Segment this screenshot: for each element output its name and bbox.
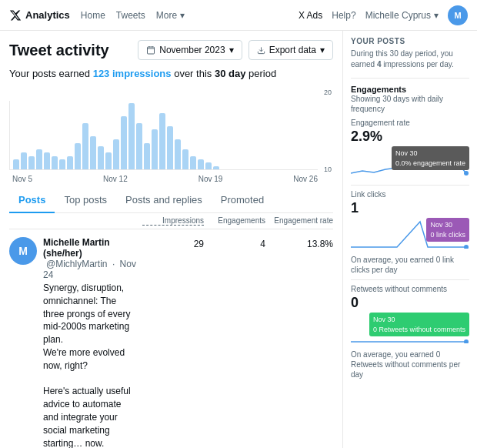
summary-text: Your posts earned 123 impressions over t… xyxy=(9,68,333,79)
x-label-3: Nov 19 xyxy=(198,175,223,183)
engagements-title: Engagements xyxy=(351,85,469,94)
tab-promoted[interactable]: Promoted xyxy=(212,188,273,213)
x-logo-icon xyxy=(9,9,22,22)
svg-point-1 xyxy=(464,245,469,249)
engagement-tooltip: Nov 30 0.0% engagement rate xyxy=(392,146,469,170)
nav-avatar[interactable]: M xyxy=(448,5,468,25)
retweets-desc: On average, you earned 0 Retweets withou… xyxy=(351,349,469,379)
chart-x-labels: Nov 5 Nov 12 Nov 19 Nov 26 xyxy=(9,173,333,188)
post-1-stats: 29 4 13.8% xyxy=(142,237,333,448)
summary-suffix: over this xyxy=(172,68,215,79)
calendar-icon xyxy=(146,45,155,55)
chart-bar-19 xyxy=(159,113,165,169)
nav-x-ads[interactable]: X Ads xyxy=(299,10,322,21)
nav-home[interactable]: Home xyxy=(81,10,105,21)
x-label-4: Nov 26 xyxy=(293,175,318,183)
download-icon xyxy=(257,46,265,55)
tab-top-posts[interactable]: Top posts xyxy=(55,188,116,213)
chart-bar-9 xyxy=(82,123,88,169)
top-nav: Analytics Home Tweets More ▾ X Ads Help?… xyxy=(0,0,477,31)
your-posts-section: YOUR POSTS During this 30 day period, yo… xyxy=(351,37,469,79)
chart-bar-1 xyxy=(21,152,27,169)
nav-more[interactable]: More ▾ xyxy=(156,10,185,21)
header-actions: November 2023 ▾ Export data ▾ xyxy=(138,40,333,60)
export-button[interactable]: Export data ▾ xyxy=(249,40,333,60)
nav-help[interactable]: Help? xyxy=(332,10,355,21)
tab-posts-replies[interactable]: Posts and replies xyxy=(116,188,212,213)
y-label-top: 20 xyxy=(324,89,332,96)
chart-bar-20 xyxy=(167,126,173,169)
chart-bar-7 xyxy=(67,156,73,169)
date-picker-label: November 2023 xyxy=(159,45,225,55)
chart-bar-17 xyxy=(144,143,150,169)
link-clicks-desc: On average, you earned 0 link clicks per… xyxy=(351,255,469,275)
chart-bar-25 xyxy=(205,162,212,169)
date-picker-button[interactable]: November 2023 ▾ xyxy=(138,40,242,60)
nav-user[interactable]: Michelle Cyprus ▾ xyxy=(365,10,439,21)
engagement-chart: Nov 30 0.0% engagement rate xyxy=(351,146,469,180)
right-panel: YOUR POSTS During this 30 day period, yo… xyxy=(342,31,477,448)
engagement-rate-value: 2.9% xyxy=(351,129,469,145)
nav-user-name: Michelle Cyprus xyxy=(365,10,431,21)
summary-prefix: Your posts earned xyxy=(9,68,93,79)
chart-bar-12 xyxy=(105,152,112,169)
engagement-rate-label: Engagement rate xyxy=(351,119,469,127)
link-clicks-chart: Nov 30 0 link clicks xyxy=(351,218,469,252)
chart-bar-2 xyxy=(28,156,35,169)
th-engagements: Engagements xyxy=(204,216,265,226)
your-posts-label: YOUR POSTS xyxy=(351,37,469,45)
export-label: Export data xyxy=(269,45,316,55)
nav-tweets[interactable]: Tweets xyxy=(116,10,145,21)
nav-links: Home Tweets More ▾ xyxy=(81,10,185,21)
post-1-text: Synergy, disruption, omnichannel: The th… xyxy=(43,282,136,448)
retweets-tooltip: Nov 30 0 Retweets without comments xyxy=(369,313,469,336)
x-label-2: Nov 12 xyxy=(103,175,128,183)
period-label: 30 day xyxy=(215,68,245,79)
post-1-impressions: 29 xyxy=(142,239,204,448)
x-label-1: Nov 5 xyxy=(12,175,32,183)
post-1-dot: · xyxy=(112,259,115,269)
engagements-section: Engagements Showing 30 days with daily f… xyxy=(351,85,469,379)
tabs-container: Posts Top posts Posts and replies Promot… xyxy=(9,188,333,213)
table-header: Impressions Engagements Engagement rate xyxy=(9,213,333,229)
date-chevron-icon: ▾ xyxy=(229,45,234,55)
nav-logo[interactable]: Analytics xyxy=(9,9,70,22)
retweets-chart: Nov 30 0 Retweets without comments xyxy=(351,313,469,346)
chart-bar-18 xyxy=(152,129,158,169)
avatar-1: M xyxy=(9,237,37,265)
nav-right: X Ads Help? Michelle Cyprus ▾ M xyxy=(299,5,468,25)
svg-point-0 xyxy=(464,171,469,176)
link-clicks-value: 1 xyxy=(351,200,469,216)
chart-bar-22 xyxy=(182,149,188,169)
chart-bar-26 xyxy=(213,166,219,169)
chart-bar-23 xyxy=(190,156,196,169)
page-title: Tweet activity xyxy=(9,42,109,59)
impressions-chart: 20 10 xyxy=(9,85,333,170)
chart-bars xyxy=(9,101,318,170)
y-label-mid: 10 xyxy=(324,165,332,173)
post-1-name: Michelle Martin (she/her) xyxy=(43,237,110,259)
tab-posts[interactable]: Posts xyxy=(9,188,55,213)
chart-bar-3 xyxy=(36,149,42,169)
post-1-handle: @MichlyMartin xyxy=(46,259,108,269)
your-posts-desc: During this 30 day period, you earned 4 … xyxy=(351,48,469,70)
chart-bar-16 xyxy=(136,123,142,169)
link-clicks-label: Link clicks xyxy=(351,190,469,199)
post-1-meta: Michelle Martin (she/her) @MichlyMartin … xyxy=(43,237,136,280)
chart-bar-5 xyxy=(52,156,58,169)
chart-bar-11 xyxy=(98,146,104,169)
chevron-down-icon: ▾ xyxy=(434,10,439,21)
chart-bar-24 xyxy=(198,159,204,169)
th-impressions[interactable]: Impressions xyxy=(142,216,204,226)
impressions-count: 123 impressions xyxy=(93,68,172,79)
period-suffix: period xyxy=(245,68,276,79)
svg-point-2 xyxy=(464,339,469,343)
post-item-1: M Michelle Martin (she/her) @MichlyMarti… xyxy=(9,229,333,448)
th-engagement-rate: Engagement rate xyxy=(265,216,333,226)
chart-bar-14 xyxy=(121,116,127,169)
chart-bar-10 xyxy=(90,136,96,169)
chart-bar-4 xyxy=(44,152,50,169)
chart-bar-13 xyxy=(113,139,119,169)
page-header: Tweet activity November 2023 ▾ Export da… xyxy=(9,31,333,68)
export-chevron-icon: ▾ xyxy=(320,45,325,55)
